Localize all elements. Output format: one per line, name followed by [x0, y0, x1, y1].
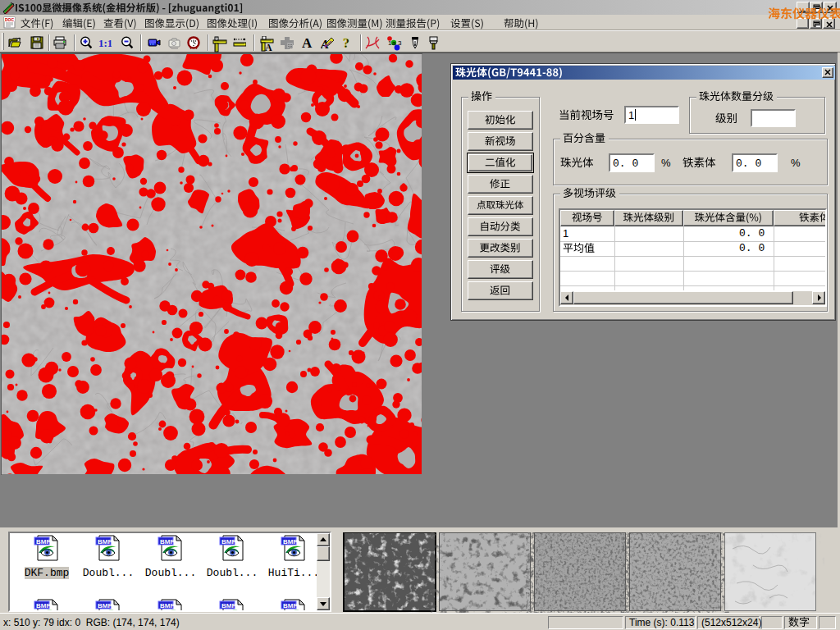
svg-text:BMP: BMP	[36, 538, 51, 546]
svg-text:BMP: BMP	[160, 602, 175, 609]
svg-text:a: a	[392, 39, 396, 47]
svg-text:3: 3	[398, 39, 402, 47]
svg-text:BMP: BMP	[283, 602, 298, 609]
svg-text:A: A	[302, 36, 313, 51]
svg-text:BMP: BMP	[160, 538, 175, 546]
svg-text:BMP: BMP	[36, 602, 51, 609]
svg-text:BMP: BMP	[98, 538, 112, 546]
svg-text:A: A	[265, 42, 272, 52]
svg-text:BMP: BMP	[221, 538, 236, 546]
svg-text:BMP: BMP	[98, 602, 112, 609]
svg-text:BMP: BMP	[221, 602, 236, 609]
svg-text:1:1: 1:1	[98, 37, 112, 49]
svg-text:?: ?	[343, 36, 349, 50]
svg-text:BMP: BMP	[283, 538, 298, 546]
svg-text:DOC: DOC	[5, 17, 15, 22]
